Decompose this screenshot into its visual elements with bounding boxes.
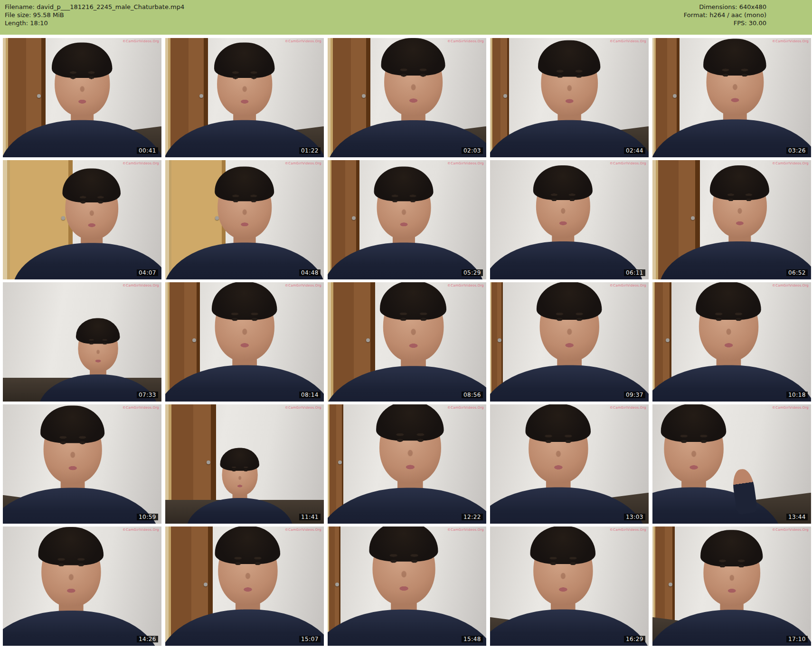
header-filename: Filename: david_p___181216_2245_male_Cha… <box>5 3 184 11</box>
person-figure <box>165 527 324 646</box>
person-face <box>542 192 583 231</box>
person-head <box>533 532 593 605</box>
person-figure <box>652 404 781 524</box>
person-face <box>719 192 760 231</box>
person-face <box>391 67 435 109</box>
header-filesize: File size: 95.58 MiB <box>5 11 184 19</box>
person-face <box>48 556 94 599</box>
watermark-text: ©CamGirlVideos.Org <box>285 528 321 532</box>
person-figure <box>328 282 486 402</box>
person-face <box>222 311 267 354</box>
header-right-block: Dimensions: 640x480 Format: h264 / aac (… <box>684 3 766 35</box>
timestamp-badge: 10:59 <box>137 514 158 520</box>
person-face <box>72 195 112 233</box>
person-figure <box>165 166 324 279</box>
person-face <box>380 553 427 598</box>
person-head <box>215 287 274 361</box>
timestamp-badge: 13:03 <box>624 514 645 520</box>
person-figure <box>490 165 642 279</box>
timestamp-badge: 02:44 <box>624 147 645 154</box>
person-face <box>227 466 254 491</box>
thumbnail-grid: ©CamGirlVideos.Org 00:41 ©CamGirlVideos.… <box>0 38 812 646</box>
video-thumbnail: ©CamGirlVideos.Org 16:29 <box>490 527 649 646</box>
person-head <box>217 172 272 239</box>
person-face <box>547 311 592 354</box>
watermark-text: ©CamGirlVideos.Org <box>447 284 484 287</box>
person-torso <box>187 498 293 524</box>
person-head <box>78 322 118 372</box>
video-thumbnail: ©CamGirlVideos.Org 15:07 <box>165 527 324 646</box>
person-head <box>218 532 277 605</box>
person-head <box>707 45 764 115</box>
person-face <box>536 433 581 476</box>
timestamp-badge: 12:22 <box>462 514 483 520</box>
watermark-text: ©CamGirlVideos.Org <box>772 284 809 287</box>
watermark-text: ©CamGirlVideos.Org <box>447 528 484 532</box>
person-figure <box>3 405 158 524</box>
person-face <box>706 311 751 354</box>
person-figure <box>328 166 483 279</box>
person-face <box>713 67 756 108</box>
header: Filename: david_p___181216_2245_male_Cha… <box>0 0 812 35</box>
video-thumbnail: ©CamGirlVideos.Org 02:03 <box>328 38 486 157</box>
timestamp-badge: 00:41 <box>137 147 158 154</box>
video-thumbnail: ©CamGirlVideos.Org 00:41 <box>3 38 161 157</box>
watermark-text: ©CamGirlVideos.Org <box>123 162 159 165</box>
watermark-text: ©CamGirlVideos.Org <box>610 284 646 287</box>
video-thumbnail: ©CamGirlVideos.Org 05:29 <box>328 160 486 279</box>
timestamp-badge: 02:03 <box>462 147 483 154</box>
timestamp-badge: 14:26 <box>137 636 158 642</box>
person-figure <box>490 40 649 157</box>
watermark-text: ©CamGirlVideos.Org <box>123 406 159 410</box>
person-figure <box>328 527 486 646</box>
person-face <box>387 432 433 476</box>
header-format: Format: h264 / aac (mono) <box>684 11 766 19</box>
person-figure <box>652 282 811 402</box>
person-head <box>703 536 760 606</box>
person-figure <box>165 42 324 157</box>
timestamp-badge: 07:33 <box>137 392 158 398</box>
timestamp-badge: 06:52 <box>786 269 808 276</box>
person-head <box>41 533 101 607</box>
person-head <box>529 410 588 483</box>
person-figure <box>490 527 649 646</box>
watermark-text: ©CamGirlVideos.Org <box>285 406 321 410</box>
watermark-text: ©CamGirlVideos.Org <box>610 406 646 410</box>
person-figure <box>661 165 811 279</box>
person-head <box>44 412 102 484</box>
timestamp-badge: 09:37 <box>624 392 645 398</box>
video-thumbnail: ©CamGirlVideos.Org 04:48 <box>165 160 324 279</box>
video-thumbnail: ©CamGirlVideos.Org 11:41 <box>165 404 324 524</box>
header-dimensions: Dimensions: 640x480 <box>684 3 766 11</box>
watermark-text: ©CamGirlVideos.Org <box>772 162 809 165</box>
timestamp-badge: 10:18 <box>786 392 808 398</box>
person-face <box>50 435 94 477</box>
person-head <box>372 528 435 605</box>
person-head <box>65 174 118 239</box>
person-head <box>541 46 597 116</box>
timestamp-badge: 01:22 <box>299 147 321 154</box>
timestamp-badge: 16:29 <box>624 636 645 642</box>
person-head <box>384 44 443 116</box>
video-thumbnail: ©CamGirlVideos.Org 10:59 <box>3 404 161 524</box>
watermark-text: ©CamGirlVideos.Org <box>447 39 484 43</box>
video-thumbnail: ©CamGirlVideos.Org 08:56 <box>328 282 486 402</box>
person-figure <box>328 404 486 524</box>
timestamp-badge: 08:56 <box>462 392 483 398</box>
video-thumbnail: ©CamGirlVideos.Org 06:11 <box>490 160 649 279</box>
timestamp-badge: 04:07 <box>137 269 158 276</box>
video-thumbnail: ©CamGirlVideos.Org 12:22 <box>328 404 486 524</box>
person-figure <box>490 404 645 524</box>
video-thumbnail: ©CamGirlVideos.Org 06:52 <box>652 160 811 279</box>
watermark-text: ©CamGirlVideos.Org <box>447 162 484 165</box>
person-head <box>664 410 723 483</box>
contact-sheet: Filename: david_p___181216_2245_male_Cha… <box>0 0 812 651</box>
watermark-text: ©CamGirlVideos.Org <box>123 39 159 43</box>
watermark-text: ©CamGirlVideos.Org <box>285 162 321 165</box>
timestamp-badge: 15:48 <box>462 636 483 642</box>
person-face <box>540 555 585 598</box>
timestamp-badge: 05:29 <box>462 269 483 276</box>
watermark-text: ©CamGirlVideos.Org <box>123 284 159 287</box>
person-figure <box>490 282 649 402</box>
person-face <box>224 193 265 232</box>
